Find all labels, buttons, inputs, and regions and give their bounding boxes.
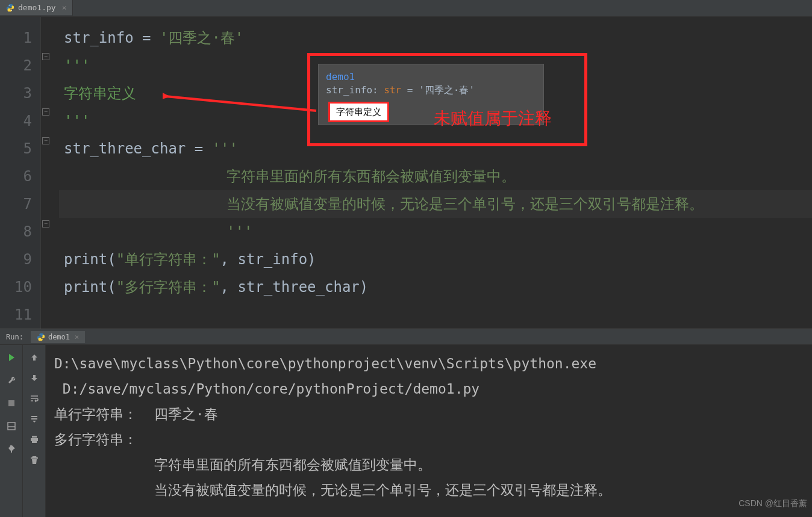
- line-number: 8: [0, 218, 40, 246]
- code-token: 字符串定义: [64, 85, 136, 102]
- code-token: str_three_char: [64, 140, 186, 157]
- line-number: 1: [0, 24, 40, 52]
- output-line: 单行字符串： 四季之·春: [54, 406, 218, 422]
- file-tab-label: demo1.py: [18, 3, 56, 12]
- line-number: 2: [0, 52, 40, 79]
- code-token: ''': [64, 113, 90, 129]
- code-token: ''': [64, 57, 90, 74]
- up-arrow-button[interactable]: [28, 351, 41, 364]
- soft-wrap-button[interactable]: [28, 392, 41, 405]
- wrench-settings-button[interactable]: [5, 374, 18, 387]
- editor-tab-bar: demo1.py ×: [0, 0, 812, 17]
- fold-toggle-icon[interactable]: −: [42, 137, 49, 144]
- svg-point-0: [9, 4, 10, 5]
- code-token: 当没有被赋值变量的时候，无论是三个单引号，还是三个双引号都是注释。: [226, 196, 704, 212]
- fold-toggle-icon[interactable]: −: [42, 53, 49, 60]
- line-number: 9: [0, 246, 40, 273]
- print-button[interactable]: [28, 433, 41, 446]
- run-config-tab[interactable]: demo1 ×: [31, 331, 85, 343]
- code-token: =: [134, 29, 160, 46]
- fold-toggle-icon[interactable]: −: [42, 220, 49, 228]
- code-view[interactable]: str_info = '四季之·春' ''' 字符串定义 ''' str_thr…: [59, 17, 812, 329]
- layout-button[interactable]: [5, 419, 18, 433]
- code-token: str_info: [238, 251, 308, 268]
- output-line: D:\save\myclass\Python\core\pythonprojec…: [54, 356, 596, 371]
- run-panel-body: D:\save\myclass\Python\core\pythonprojec…: [0, 345, 812, 517]
- output-line: 多行字符串：: [54, 432, 154, 447]
- python-file-icon: [6, 4, 14, 12]
- svg-rect-3: [8, 400, 14, 406]
- code-token: 字符串里面的所有东西都会被赋值到变量中。: [226, 168, 516, 185]
- code-token: print: [64, 279, 107, 296]
- line-number: 4: [0, 107, 40, 135]
- scroll-to-end-button[interactable]: [28, 412, 41, 426]
- code-token: str_info: [64, 29, 134, 46]
- line-number: 3: [0, 79, 40, 107]
- code-token: ''': [212, 140, 238, 157]
- run-label: Run:: [6, 333, 23, 341]
- code-token: "单行字符串：": [116, 251, 220, 268]
- line-number-gutter: 1 2 3 4 5 6 7 8 9 10 11: [0, 17, 41, 329]
- stop-button[interactable]: [5, 397, 18, 410]
- line-number: 11: [0, 301, 40, 329]
- line-number: 10: [0, 273, 40, 301]
- rerun-button[interactable]: [5, 351, 18, 364]
- output-line: D:/save/myclass/Python/core/pythonProjec…: [54, 381, 479, 397]
- python-run-icon: [37, 333, 45, 341]
- code-token: str_three_char: [238, 279, 360, 296]
- watermark-text: CSDN @红目香薰: [739, 491, 807, 516]
- line-number: 7: [0, 190, 40, 218]
- output-line: 字符串里面的所有东西都会被赋值到变量中。: [54, 457, 431, 472]
- code-token: ''': [226, 223, 252, 240]
- output-line: 当没有被赋值变量的时候，无论是三个单引号，还是三个双引号都是注释。: [54, 482, 611, 498]
- run-config-name: demo1: [48, 333, 70, 341]
- line-number: 5: [0, 135, 40, 163]
- close-tab-icon[interactable]: ×: [62, 3, 67, 12]
- code-token: '四季之·春': [160, 29, 243, 46]
- pin-button[interactable]: [5, 442, 18, 456]
- file-tab-demo1[interactable]: demo1.py ×: [0, 0, 73, 16]
- run-panel-header: Run: demo1 ×: [0, 329, 812, 345]
- editor-area: 1 2 3 4 5 6 7 8 9 10 11 − − − − str_info…: [0, 17, 812, 329]
- code-token: print: [64, 251, 107, 268]
- code-token: =: [186, 140, 211, 157]
- run-output[interactable]: D:\save\myclass\Python\core\pythonprojec…: [46, 345, 812, 517]
- down-arrow-button[interactable]: [28, 371, 41, 385]
- code-token: "多行字符串：": [116, 279, 220, 296]
- fold-column: − − − −: [41, 17, 59, 329]
- run-tool-column-secondary: [23, 345, 46, 517]
- fold-toggle-icon[interactable]: −: [42, 108, 49, 116]
- svg-rect-4: [8, 423, 15, 430]
- svg-point-1: [11, 10, 11, 10]
- trash-button[interactable]: [28, 453, 41, 466]
- close-run-tab-icon[interactable]: ×: [75, 333, 79, 341]
- line-number: 6: [0, 163, 40, 190]
- run-tool-column-primary: [0, 345, 23, 517]
